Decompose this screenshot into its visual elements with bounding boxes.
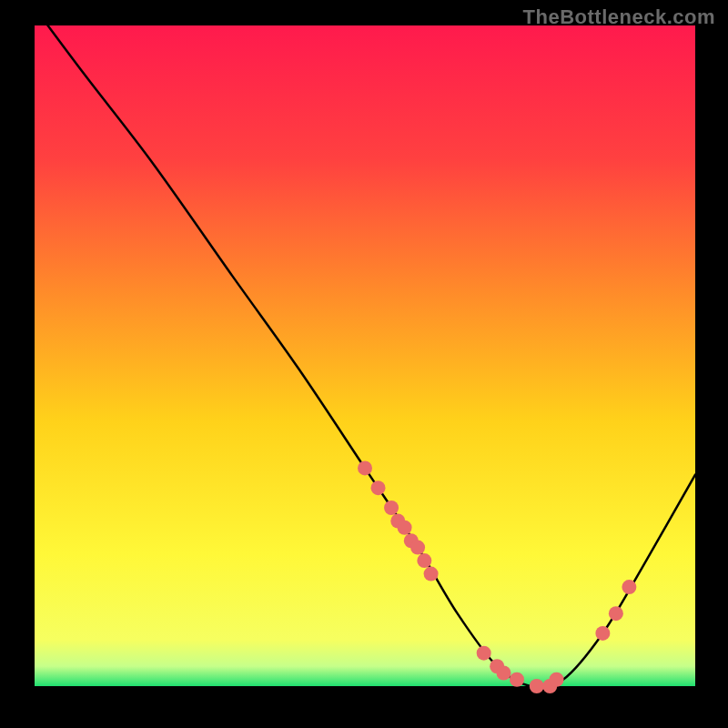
watermark-text: TheBottleneck.com [523,5,715,29]
marker-dot [477,646,491,661]
marker-dot [410,541,425,555]
marker-dot [371,480,386,495]
marker-dot [530,679,544,693]
marker-dot [496,665,511,680]
marker-dot [510,672,524,687]
marker-dot [358,460,372,475]
marker-dot [398,521,412,535]
marker-dot [424,567,439,581]
marker-dot [595,626,610,641]
marker-dot [609,606,623,621]
gradient-background [35,25,695,686]
marker-dot [384,500,399,515]
marker-dot [550,672,564,687]
chart-frame: { "watermark": "TheBottleneck.com", "cha… [0,0,728,728]
marker-dot [622,580,636,594]
marker-dot [417,553,431,568]
bottleneck-chart [0,0,728,728]
